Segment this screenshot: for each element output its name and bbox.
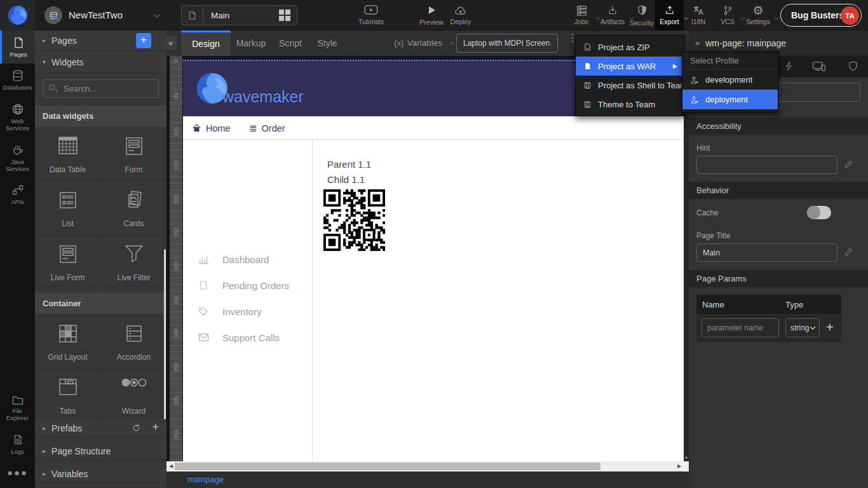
design-canvas[interactable]: wavemaker Home ≣ Order Dashboard bbox=[183, 60, 684, 461]
events-tab-icon[interactable] bbox=[784, 60, 794, 72]
widget-tile-accordion[interactable]: Accordion bbox=[101, 315, 166, 368]
tab-markup[interactable]: Markup bbox=[231, 30, 271, 56]
play-icon bbox=[426, 5, 437, 17]
left-panel: ▸ Pages + ▾ Widgets Data widgets Data Ta… bbox=[35, 30, 166, 488]
left-panel-scrollbar[interactable] bbox=[164, 249, 166, 419]
list-menu-icon: ≣ bbox=[249, 123, 257, 134]
page-params-section-header[interactable]: Page Params bbox=[689, 270, 868, 287]
sidenav-support-calls[interactable]: Support Calls bbox=[183, 330, 313, 345]
sidenav-pending-orders[interactable]: Pending Orders bbox=[183, 278, 313, 293]
widget-tile-live-filter[interactable]: Live Filter bbox=[101, 235, 166, 288]
menu-item-development[interactable]: development bbox=[682, 70, 778, 90]
envelope-icon bbox=[198, 333, 209, 342]
page-selector[interactable]: Main bbox=[181, 5, 297, 25]
scroll-left-arrow[interactable]: ◀ bbox=[166, 461, 175, 471]
canvas-vertical-scrollbar[interactable]: ▼ bbox=[684, 56, 689, 461]
widget-tile-list[interactable]: List bbox=[35, 181, 100, 234]
qr-code[interactable] bbox=[323, 189, 385, 251]
vcs-button[interactable]: VCS bbox=[715, 0, 740, 30]
refresh-icon[interactable] bbox=[132, 423, 141, 433]
rail-item-databases[interactable]: Databases bbox=[0, 64, 35, 97]
accessibility-section-header[interactable]: Accessibility bbox=[689, 118, 868, 135]
sidenav-dashboard[interactable]: Dashboard bbox=[183, 252, 313, 267]
security-button[interactable]: Security bbox=[626, 0, 658, 30]
page-title-input[interactable] bbox=[696, 243, 837, 262]
menu-item-project-as-shell[interactable]: Project as Shell to Team bbox=[576, 76, 684, 95]
preview-button[interactable]: Preview bbox=[417, 0, 446, 30]
tutorials-button[interactable]: Tutorials bbox=[355, 0, 388, 30]
horizontal-scroll-thumb[interactable] bbox=[175, 463, 600, 470]
i18n-button[interactable]: I18N bbox=[686, 0, 710, 30]
deploy-button[interactable]: Deploy bbox=[447, 0, 475, 30]
menu-item-project-as-zip[interactable]: Project as ZIP bbox=[576, 37, 684, 57]
widget-search-input[interactable] bbox=[43, 79, 159, 98]
sidenav-inventory[interactable]: Inventory bbox=[183, 304, 313, 319]
nav-item-order[interactable]: ≣ Order bbox=[249, 116, 285, 140]
child-label[interactable]: Child 1.1 bbox=[327, 174, 365, 185]
menu-item-project-as-war[interactable]: Project as WAR ▶ bbox=[576, 57, 684, 76]
collapse-right-icon[interactable]: » bbox=[695, 38, 700, 48]
rail-item-pages[interactable]: Pages bbox=[0, 30, 35, 64]
add-param-button[interactable]: + bbox=[826, 320, 834, 335]
nav-item-home[interactable]: Home bbox=[192, 116, 231, 140]
widget-tile-data-table[interactable]: Data Table bbox=[35, 127, 100, 180]
security-tab-icon[interactable] bbox=[848, 60, 858, 72]
hint-input[interactable] bbox=[696, 156, 837, 174]
more-menu-icon[interactable]: ⋮ bbox=[567, 36, 574, 41]
collapse-panel-button[interactable]: « bbox=[165, 36, 177, 50]
page-grid-icon[interactable] bbox=[279, 10, 290, 21]
jobs-button[interactable]: Jobs bbox=[567, 0, 595, 30]
bind-link-icon[interactable] bbox=[843, 247, 853, 257]
rail-item-file-explorer[interactable]: File Explorer bbox=[0, 389, 35, 428]
project-avatar[interactable] bbox=[44, 6, 62, 24]
team-button[interactable]: Bug Busters TA bbox=[780, 4, 862, 27]
menu-item-deployment[interactable]: deployment bbox=[682, 90, 778, 109]
tab-style[interactable]: Style bbox=[309, 30, 345, 56]
rail-item-java-services[interactable]: Java Services bbox=[0, 138, 35, 179]
widgets-section-header[interactable]: ▾ Widgets bbox=[35, 51, 166, 74]
menu-item-theme-to-team[interactable]: Theme to Team bbox=[576, 95, 684, 114]
widget-tile-wizard[interactable]: Wizard bbox=[101, 369, 166, 419]
rail-item-apis[interactable]: APIs bbox=[0, 178, 35, 211]
page-link[interactable]: mainpage bbox=[187, 475, 224, 484]
behavior-section-header[interactable]: Behavior bbox=[689, 182, 868, 199]
pages-section-header[interactable]: ▸ Pages + bbox=[35, 30, 166, 51]
param-name-header: Name bbox=[696, 300, 785, 309]
prefabs-section-header[interactable]: ▸ Prefabs + bbox=[35, 419, 166, 437]
export-button[interactable]: Export bbox=[655, 0, 684, 30]
chevron-down-icon[interactable] bbox=[153, 11, 162, 20]
rail-item-logs[interactable]: Logs bbox=[0, 428, 35, 461]
bind-link-icon[interactable] bbox=[843, 159, 853, 170]
scroll-right-arrow[interactable]: ▶ bbox=[675, 461, 684, 471]
wavemaker-logo[interactable] bbox=[0, 0, 35, 30]
page-structure-section-header[interactable]: ▸ Page Structure bbox=[35, 442, 166, 460]
more-options-icon[interactable]: ●●● bbox=[0, 461, 35, 484]
artifacts-button[interactable]: Artifacts bbox=[596, 0, 629, 30]
user-avatar[interactable]: TA bbox=[841, 6, 859, 25]
widget-tile-tabs[interactable]: Tabs bbox=[35, 369, 100, 419]
device-preview-dropdown[interactable]: Laptop with MDPI Screen bbox=[456, 34, 558, 53]
cache-toggle[interactable] bbox=[807, 206, 831, 219]
parent-label[interactable]: Parent 1.1 bbox=[327, 159, 371, 170]
devices-tab-icon[interactable] bbox=[812, 60, 826, 72]
submenu-arrow-icon: ▶ bbox=[673, 63, 677, 69]
scroll-down-arrow[interactable]: ▼ bbox=[684, 456, 689, 460]
project-name[interactable]: NewTestTwo bbox=[69, 0, 123, 30]
widget-tile-grid-layout[interactable]: Grid Layout bbox=[35, 315, 100, 368]
chevron-right-icon: ▸ bbox=[43, 447, 51, 454]
tab-design[interactable]: Design bbox=[181, 30, 231, 56]
widget-tile-live-form[interactable]: Live Form bbox=[35, 235, 100, 288]
rail-item-web-services[interactable]: Web Services bbox=[0, 97, 35, 138]
param-type-select[interactable]: string bbox=[785, 318, 820, 337]
variables-dropdown[interactable]: {x}Variables bbox=[394, 30, 456, 56]
variables-section-header[interactable]: ▸ Variables bbox=[35, 465, 166, 483]
settings-button[interactable]: ⚙ Settings bbox=[742, 0, 774, 30]
widget-tile-cards[interactable]: Cards bbox=[101, 181, 166, 234]
param-name-input[interactable] bbox=[702, 318, 779, 337]
widget-tile-form[interactable]: Form bbox=[101, 127, 166, 180]
add-page-button[interactable]: + bbox=[136, 33, 151, 48]
tab-script[interactable]: Script bbox=[271, 30, 309, 56]
canvas-horizontal-scrollbar[interactable]: ◀ ▶ bbox=[166, 461, 689, 471]
vertical-ruler: 050100150200250300350400450500550600 bbox=[170, 56, 182, 461]
add-prefab-button[interactable]: + bbox=[152, 421, 159, 434]
